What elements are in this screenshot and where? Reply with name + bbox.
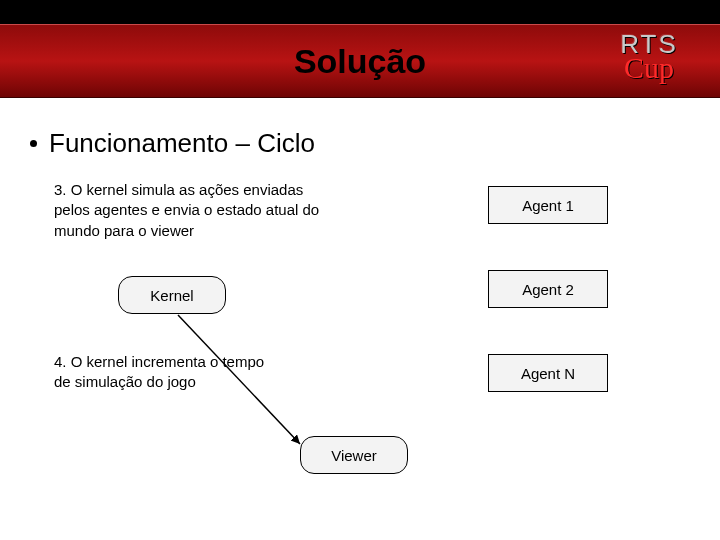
node-agent-2-label: Agent 2 xyxy=(522,281,574,298)
step-4-text: 4. O kernel incrementa o tempo de simula… xyxy=(54,352,274,393)
slide-title: Solução xyxy=(294,42,426,81)
node-viewer-label: Viewer xyxy=(331,447,377,464)
slide-header: Solução RTS Cup xyxy=(0,0,720,98)
step-3-text: 3. O kernel simula as ações enviadas pel… xyxy=(54,180,334,241)
node-agent-n: Agent N xyxy=(488,354,608,392)
slide-body: Funcionamento – Ciclo 3. O kernel simula… xyxy=(0,98,720,159)
node-agent-2: Agent 2 xyxy=(488,270,608,308)
node-agent-1-label: Agent 1 xyxy=(522,197,574,214)
bullet-text: Funcionamento – Ciclo xyxy=(49,128,315,159)
node-kernel: Kernel xyxy=(118,276,226,314)
node-viewer: Viewer xyxy=(300,436,408,474)
bullet-row: Funcionamento – Ciclo xyxy=(28,128,692,159)
node-kernel-label: Kernel xyxy=(150,287,193,304)
node-agent-n-label: Agent N xyxy=(521,365,575,382)
header-band: Solução xyxy=(0,24,720,98)
node-agent-1: Agent 1 xyxy=(488,186,608,224)
bullet-dot-icon xyxy=(30,140,37,147)
